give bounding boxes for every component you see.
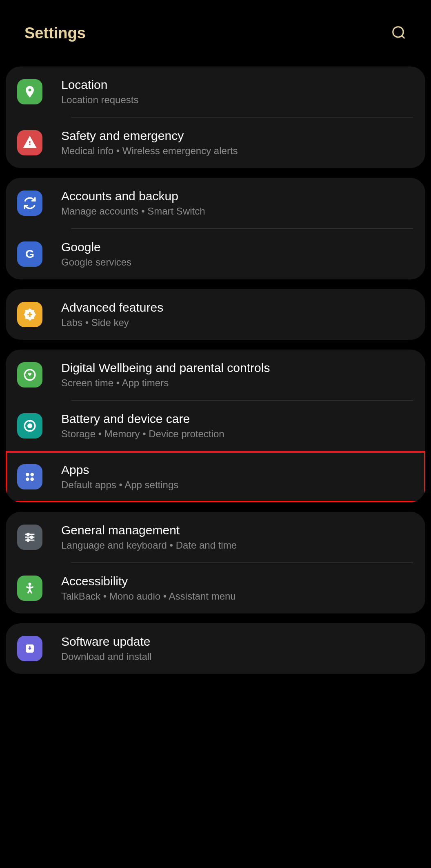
- settings-item-subtitle: Labs • Side key: [61, 317, 163, 328]
- settings-group: Advanced featuresLabs • Side key: [6, 289, 425, 340]
- settings-group: Digital Wellbeing and parental controlsS…: [6, 350, 425, 502]
- svg-rect-3: [29, 141, 31, 144]
- svg-point-23: [27, 533, 29, 536]
- svg-point-10: [34, 314, 36, 315]
- svg-rect-4: [29, 144, 31, 145]
- svg-point-7: [29, 308, 31, 310]
- settings-item-google[interactable]: GGoogleGoogle services: [6, 229, 425, 279]
- settings-item-safety[interactable]: Safety and emergencyMedical info • Wirel…: [6, 117, 425, 168]
- settings-item-subtitle: Language and keyboard • Date and time: [61, 540, 237, 551]
- settings-group: General managementLanguage and keyboard …: [6, 512, 425, 613]
- settings-item-subtitle: TalkBack • Mono audio • Assistant menu: [61, 591, 236, 602]
- settings-item-subtitle: Google services: [61, 257, 131, 268]
- settings-group: Accounts and backupManage accounts • Sma…: [6, 178, 425, 279]
- settings-item-title: Battery and device care: [61, 412, 224, 426]
- settings-item-title: Location: [61, 78, 138, 92]
- settings-item-wellbeing[interactable]: Digital Wellbeing and parental controlsS…: [6, 350, 425, 400]
- settings-item-text: LocationLocation requests: [61, 78, 138, 106]
- settings-item-title: Google: [61, 240, 131, 254]
- svg-point-8: [29, 319, 31, 321]
- settings-item-title: Advanced features: [61, 301, 163, 314]
- svg-point-19: [30, 473, 34, 476]
- google-icon: G: [17, 241, 42, 267]
- settings-item-software[interactable]: Software updateDownload and install: [6, 623, 425, 674]
- settings-item-battery[interactable]: Battery and device careStorage • Memory …: [6, 401, 425, 451]
- location-pin-icon: [17, 79, 42, 104]
- svg-point-14: [25, 317, 27, 319]
- page-title: Settings: [24, 24, 86, 42]
- svg-text:G: G: [25, 247, 34, 260]
- settings-item-accessibility[interactable]: AccessibilityTalkBack • Mono audio • Ass…: [6, 563, 425, 613]
- settings-item-accounts[interactable]: Accounts and backupManage accounts • Sma…: [6, 178, 425, 228]
- settings-item-text: AppsDefault apps • App settings: [61, 463, 178, 491]
- svg-point-18: [26, 473, 29, 476]
- sliders-icon: [17, 525, 42, 550]
- care-icon: [17, 413, 42, 438]
- settings-group: LocationLocation requestsSafety and emer…: [6, 66, 425, 168]
- svg-point-20: [26, 477, 29, 481]
- svg-point-9: [24, 314, 25, 315]
- settings-item-title: Accessibility: [61, 574, 236, 588]
- alert-icon: [17, 130, 42, 155]
- settings-item-subtitle: Storage • Memory • Device protection: [61, 428, 224, 440]
- settings-item-title: Safety and emergency: [61, 129, 238, 143]
- settings-content: LocationLocation requestsSafety and emer…: [0, 66, 431, 674]
- svg-point-11: [25, 310, 27, 312]
- svg-point-17: [28, 424, 32, 428]
- settings-item-text: Battery and device careStorage • Memory …: [61, 412, 224, 440]
- settings-item-subtitle: Manage accounts • Smart Switch: [61, 206, 205, 217]
- settings-item-advanced[interactable]: Advanced featuresLabs • Side key: [6, 289, 425, 340]
- settings-item-text: General managementLanguage and keyboard …: [61, 523, 237, 551]
- svg-point-21: [30, 477, 34, 481]
- settings-item-text: GoogleGoogle services: [61, 240, 131, 268]
- settings-item-title: Accounts and backup: [61, 189, 205, 203]
- settings-item-general[interactable]: General managementLanguage and keyboard …: [6, 512, 425, 562]
- wellbeing-icon: [17, 362, 42, 388]
- settings-item-location[interactable]: LocationLocation requests: [6, 66, 425, 117]
- settings-item-subtitle: Location requests: [61, 94, 138, 106]
- settings-item-title: General management: [61, 523, 237, 537]
- settings-item-apps[interactable]: AppsDefault apps • App settings: [6, 452, 425, 502]
- settings-group: Software updateDownload and install: [6, 623, 425, 674]
- update-icon: [17, 636, 42, 661]
- settings-item-text: Digital Wellbeing and parental controlsS…: [61, 361, 270, 389]
- settings-item-title: Apps: [61, 463, 178, 477]
- svg-point-0: [393, 27, 403, 37]
- svg-point-12: [33, 317, 34, 319]
- settings-item-subtitle: Medical info • Wireless emergency alerts: [61, 145, 238, 157]
- svg-point-25: [30, 536, 33, 538]
- settings-item-text: AccessibilityTalkBack • Mono audio • Ass…: [61, 574, 236, 602]
- settings-item-text: Accounts and backupManage accounts • Sma…: [61, 189, 205, 217]
- header: Settings: [0, 0, 431, 66]
- search-icon[interactable]: [391, 25, 407, 42]
- sync-icon: [17, 190, 42, 216]
- accessibility-icon: [17, 576, 42, 601]
- svg-point-13: [33, 310, 34, 312]
- settings-item-text: Software updateDownload and install: [61, 635, 151, 662]
- settings-item-subtitle: Screen time • App timers: [61, 377, 270, 389]
- apps-icon: [17, 464, 42, 489]
- svg-point-27: [27, 539, 29, 541]
- settings-item-text: Safety and emergencyMedical info • Wirel…: [61, 129, 238, 157]
- settings-item-subtitle: Default apps • App settings: [61, 479, 178, 491]
- svg-line-1: [402, 35, 404, 38]
- settings-item-text: Advanced featuresLabs • Side key: [61, 301, 163, 328]
- settings-item-title: Digital Wellbeing and parental controls: [61, 361, 270, 375]
- plus-gear-icon: [17, 302, 42, 327]
- settings-item-title: Software update: [61, 635, 151, 649]
- settings-item-subtitle: Download and install: [61, 651, 151, 662]
